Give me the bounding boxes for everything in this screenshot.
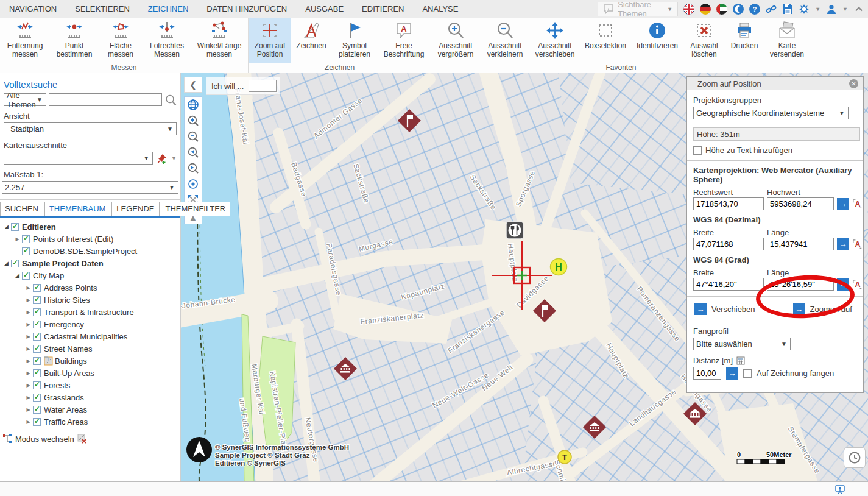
previous-extent-button[interactable] (185, 144, 202, 160)
tree-checkbox[interactable] (33, 333, 41, 341)
sidebar-collapse-button[interactable]: ❮ (184, 77, 202, 93)
tree-item-cadastral-municipalities[interactable]: ▶Cadastral Municipalities (0, 330, 180, 342)
tool-measure-perpendicular-button[interactable]: LotrechtesMessen (143, 18, 191, 63)
massstab-dropdown[interactable]: 2.257▼ (2, 181, 178, 194)
presentation-icon[interactable] (835, 484, 845, 494)
crescent-icon[interactable] (733, 4, 744, 15)
tree-item-water-areas[interactable]: ▶Water Areas (0, 403, 180, 416)
ich-will-input[interactable] (249, 80, 277, 92)
tool-measure-point-button[interactable]: Punktbestimmen (50, 18, 99, 63)
tree-checkbox[interactable] (22, 272, 30, 280)
laenge-dezimal-input[interactable] (767, 238, 834, 250)
tool-zoom-in-button[interactable]: Ausschnittvergrößern (431, 18, 480, 63)
search-icon[interactable] (164, 94, 177, 106)
tree-item-forests[interactable]: ▶Forests (0, 379, 180, 391)
tree-expander-icon[interactable]: ▶ (13, 236, 21, 242)
flag-de-icon[interactable] (700, 4, 711, 15)
zoomen-auf-button[interactable]: → (793, 303, 805, 315)
gear-icon[interactable] (799, 4, 810, 15)
tree-expander-icon[interactable]: ▶ (24, 297, 32, 303)
tool-send-map-button[interactable]: Karteversenden (764, 18, 810, 63)
tree-expander-icon[interactable]: ▶ (24, 395, 32, 400)
menu-navigation[interactable]: NAVIGATION (0, 0, 66, 18)
zoom-out-button[interactable] (185, 129, 202, 144)
tree-item-demodb-sde-sampleproject[interactable]: DemoDB.SDE.SampleProject (0, 245, 180, 257)
verschieben-button[interactable]: → (694, 303, 707, 315)
tool-place-symbol-button[interactable]: Symbolplatzieren (331, 18, 378, 63)
user-icon[interactable] (826, 4, 837, 15)
menu-daten-hinzuf-gen[interactable]: DATEN HINZUFÜGEN (197, 0, 296, 18)
tree-item-historic-sites[interactable]: ▶Historic Sites (0, 294, 180, 306)
calculator-icon[interactable] (736, 356, 745, 365)
tool-measure-distance-button[interactable]: Entfernungmessen (0, 18, 50, 63)
help-icon[interactable]: ? (749, 4, 760, 15)
tree-expander-icon[interactable]: ▶ (24, 383, 32, 388)
breite-grad-input[interactable] (693, 278, 764, 291)
tree-expander-icon[interactable]: ▶ (24, 407, 32, 413)
tree-checkbox[interactable] (11, 223, 19, 231)
projektionsgruppen-dropdown[interactable]: Geographische Koordinatensysteme▼ (693, 107, 849, 119)
tree-expander-icon[interactable]: ◢ (2, 260, 10, 266)
menu-ausgabe[interactable]: AUSGABE (296, 0, 353, 18)
collapse-up-icon[interactable] (853, 4, 864, 15)
menu-selektieren[interactable]: SELEKTIEREN (66, 0, 139, 18)
tree-expander-icon[interactable]: ▶ (24, 334, 32, 339)
tool-clear-selection-button[interactable]: Auswahllöschen (683, 18, 725, 63)
tree-item-built-up-areas[interactable]: ▶Built-Up Areas (0, 367, 180, 379)
menu-analyse[interactable]: ANALYSE (413, 0, 467, 18)
tool-zoom-position-button[interactable]: Zoom aufPosition (249, 18, 291, 63)
tree-item-street-names[interactable]: ▶Street Names (0, 342, 180, 355)
search-scope-dropdown[interactable]: Alle Themen▼ (4, 93, 46, 106)
distanz-go-button[interactable]: → (726, 367, 738, 380)
visible-themes-dropdown[interactable]: Sichtbare Themen ▼ (598, 2, 678, 16)
tree-expander-icon[interactable]: ◢ (2, 224, 10, 230)
rechtswert-input[interactable] (693, 197, 764, 210)
tree-item-points-of-interest-edit-[interactable]: ▶Points of Interest (Edit) (0, 233, 180, 245)
tree-expander-icon[interactable]: ▶ (24, 310, 32, 315)
tool-free-label-button[interactable]: AFreieBeschriftung (378, 18, 430, 63)
go-mercator-button[interactable]: → (837, 198, 849, 210)
swatch-remove-icon[interactable] (77, 434, 87, 444)
tree-item-emergency[interactable]: ▶Emergency (0, 318, 180, 330)
tree-checkbox[interactable] (33, 296, 41, 304)
tree-expander-icon[interactable]: ◢ (13, 272, 21, 278)
tree-checkbox[interactable] (11, 260, 19, 267)
tree-checkbox[interactable] (33, 284, 41, 292)
tree-item-address-points[interactable]: ▶Address Points (0, 282, 180, 294)
next-extent-button[interactable] (185, 160, 202, 176)
tree-expander-icon[interactable]: ▶ (24, 419, 32, 425)
tree-checkbox[interactable] (22, 235, 30, 243)
full-extent-globe-button[interactable] (185, 97, 202, 113)
fangprofil-dropdown[interactable]: Bitte auswählen▼ (693, 338, 791, 350)
tool-identify-button[interactable]: Identifizieren (631, 18, 683, 63)
flag-ae-icon[interactable] (716, 4, 727, 15)
center-map-button[interactable] (185, 176, 202, 192)
tree-item-city-map[interactable]: ◢City Map (0, 269, 180, 282)
zoomen-auf-label[interactable]: Zoomen auf (810, 305, 852, 314)
menu-zeichnen[interactable]: ZEICHNEN (139, 0, 197, 18)
close-icon[interactable]: ✕ (849, 79, 858, 88)
tree-checkbox[interactable] (33, 369, 41, 377)
chevron-down-icon[interactable]: ▼ (171, 155, 177, 161)
tree-item-traffic-areas[interactable]: ▶Traffic Areas (0, 416, 180, 428)
tree-checkbox[interactable] (33, 308, 41, 316)
zoom-in-button[interactable] (185, 113, 202, 129)
tree-checkbox[interactable] (33, 321, 41, 328)
modus-wechseln[interactable]: Modus wechseln (2, 434, 180, 444)
tool-box-select-button[interactable]: Boxselektion (580, 18, 631, 63)
restaurant-marker[interactable] (506, 222, 523, 239)
verschieben-label[interactable]: Verschieben (711, 305, 755, 314)
tree-item-grasslands[interactable]: ▶Grasslands (0, 391, 180, 403)
search-input[interactable] (49, 93, 162, 106)
tool-print-button[interactable]: Drucken (725, 18, 764, 63)
ansicht-dropdown[interactable]: Stadtplan▼ (4, 122, 177, 135)
hoehe-checkbox[interactable] (693, 146, 702, 155)
tree-checkbox[interactable] (33, 381, 41, 389)
tree-item-transport-infrastructure[interactable]: ▶Transport & Infrastructure (0, 306, 180, 318)
fangen-checkbox[interactable] (743, 369, 752, 378)
tree-checkbox[interactable] (33, 418, 41, 426)
tree-checkbox[interactable] (33, 406, 41, 414)
tree-expander-icon[interactable]: ▶ (24, 370, 32, 376)
go-dezimal-button[interactable]: → (837, 238, 849, 250)
tool-zoom-out-button[interactable]: Ausschnittverkleinern (480, 18, 530, 63)
